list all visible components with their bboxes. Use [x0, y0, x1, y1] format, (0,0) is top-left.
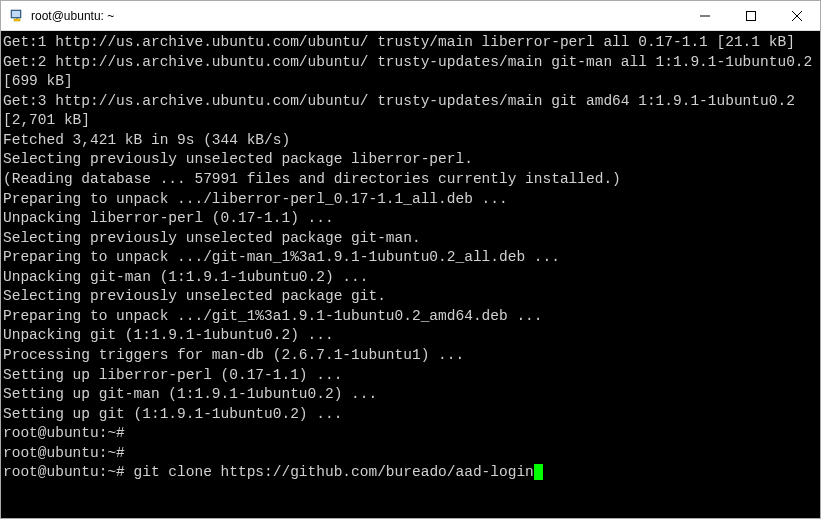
terminal-line: Preparing to unpack .../liberror-perl_0.… [3, 190, 818, 210]
close-button[interactable] [774, 1, 820, 30]
terminal-line: Unpacking git-man (1:1.9.1-1ubuntu0.2) .… [3, 268, 818, 288]
terminal-line: Setting up liberror-perl (0.17-1.1) ... [3, 366, 818, 386]
cursor-icon [534, 464, 543, 480]
terminal-line: root@ubuntu:~# [3, 424, 818, 444]
prompt-line: root@ubuntu:~# git clone https://github.… [3, 464, 543, 480]
terminal-line: Preparing to unpack .../git-man_1%3a1.9.… [3, 248, 818, 268]
terminal-line: Selecting previously unselected package … [3, 229, 818, 249]
terminal-line: Preparing to unpack .../git_1%3a1.9.1-1u… [3, 307, 818, 327]
terminal-line: Unpacking git (1:1.9.1-1ubuntu0.2) ... [3, 326, 818, 346]
svg-rect-2 [14, 19, 20, 21]
terminal-line: Selecting previously unselected package … [3, 287, 818, 307]
terminal-line: Selecting previously unselected package … [3, 150, 818, 170]
window-controls [682, 1, 820, 30]
terminal-line: Setting up git-man (1:1.9.1-1ubuntu0.2) … [3, 385, 818, 405]
svg-rect-5 [747, 11, 756, 20]
terminal-line: Processing triggers for man-db (2.6.7.1-… [3, 346, 818, 366]
terminal-output[interactable]: Get:1 http://us.archive.ubuntu.com/ubunt… [1, 31, 820, 518]
terminal-line: Fetched 3,421 kB in 9s (344 kB/s) [3, 131, 818, 151]
window-title: root@ubuntu: ~ [31, 9, 682, 23]
putty-icon [9, 8, 25, 24]
terminal-line: Get:2 http://us.archive.ubuntu.com/ubunt… [3, 53, 818, 92]
terminal-line: Unpacking liberror-perl (0.17-1.1) ... [3, 209, 818, 229]
typed-command: git clone https://github.com/bureado/aad… [134, 464, 534, 480]
shell-prompt: root@ubuntu:~# [3, 464, 134, 480]
maximize-button[interactable] [728, 1, 774, 30]
terminal-line: Get:1 http://us.archive.ubuntu.com/ubunt… [3, 33, 818, 53]
terminal-window: root@ubuntu: ~ Get:1 http://us.archive.u… [0, 0, 821, 519]
minimize-button[interactable] [682, 1, 728, 30]
titlebar[interactable]: root@ubuntu: ~ [1, 1, 820, 31]
svg-rect-1 [12, 11, 20, 17]
terminal-line: Setting up git (1:1.9.1-1ubuntu0.2) ... [3, 405, 818, 425]
terminal-line: root@ubuntu:~# [3, 444, 818, 464]
terminal-line: (Reading database ... 57991 files and di… [3, 170, 818, 190]
terminal-line: Get:3 http://us.archive.ubuntu.com/ubunt… [3, 92, 818, 131]
